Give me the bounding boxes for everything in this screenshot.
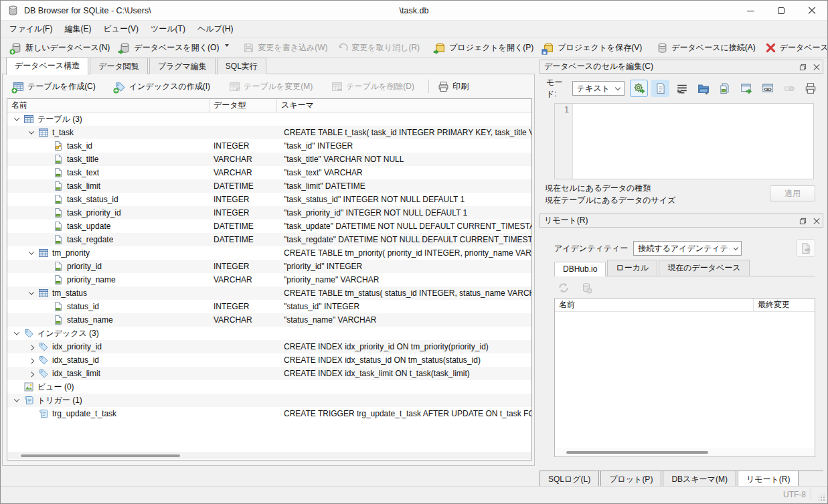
tab-dbhub[interactable]: DBHub.io (554, 262, 606, 276)
new-database-button[interactable]: 新しいデータベース(N) (6, 40, 114, 56)
maximize-button[interactable] (766, 1, 797, 21)
write-changes-label: 変更を書き込み(W) (258, 42, 327, 54)
tree-row[interactable]: インデックス (3) (7, 327, 531, 340)
tree-row[interactable]: t_taskCREATE TABLE t_task( task_id INTEG… (7, 126, 531, 139)
text-mode-button[interactable] (651, 80, 669, 97)
export-file-button[interactable] (716, 80, 734, 97)
tree-row[interactable]: task_regdateDATETIME"task_regdate" DATET… (7, 233, 531, 246)
tab-edit-pragmas[interactable]: プラグマ編集 (149, 58, 216, 74)
tree-row[interactable]: tm_statusCREATE TABLE tm_status( status_… (7, 286, 531, 300)
open-database-dropdown-icon[interactable] (225, 44, 229, 47)
expander-icon[interactable] (26, 341, 37, 352)
scrollbar-thumb[interactable] (21, 454, 180, 457)
close-database-button[interactable]: データベースを閉じる(C) (760, 40, 828, 56)
float-panel-icon[interactable] (799, 64, 807, 71)
tree-row[interactable]: task_priority_idINTEGER"task_priority_id… (7, 206, 531, 220)
expander-icon[interactable] (11, 328, 22, 339)
column-header-last-modified[interactable]: 最終変更 (753, 299, 815, 311)
tree-row[interactable]: task_status_idINTEGER"task_status_id" IN… (7, 193, 531, 206)
import-file-button[interactable] (694, 80, 712, 97)
create-index-label: インデックスの作成(I) (129, 81, 210, 92)
tree-row[interactable]: idx_task_limitCREATE INDEX idx_task_limi… (7, 367, 531, 380)
expander-icon[interactable] (26, 248, 37, 258)
column-header-type[interactable]: データ型 (210, 99, 277, 112)
menu-view[interactable]: ビュー(V) (97, 21, 145, 37)
copy-link-button[interactable] (758, 80, 776, 97)
word-wrap-button[interactable] (673, 80, 691, 97)
tree-row[interactable]: trg_update_t_taskCREATE TRIGGER trg_upda… (7, 407, 531, 420)
print-cell-button[interactable] (801, 80, 819, 97)
minimize-button[interactable] (735, 1, 766, 21)
column-header-name[interactable]: 名前 (7, 99, 210, 112)
open-project-label: プロジェクトを開く(P) (449, 42, 533, 54)
save-project-label: プロジェクトを保存(V) (558, 42, 642, 54)
menu-tools[interactable]: ツール(T) (145, 21, 191, 37)
tab-database-structure[interactable]: データベース構造 (6, 57, 88, 75)
attach-database-button[interactable]: データベースに接続(A) (652, 40, 760, 56)
tab-browse-data[interactable]: データ閲覧 (90, 58, 148, 74)
expander-icon[interactable] (26, 288, 37, 299)
tree-horizontal-scrollbar[interactable] (8, 452, 531, 459)
open-in-window-button[interactable] (737, 80, 755, 97)
tree-row[interactable]: ビュー (0) (7, 380, 531, 394)
tree-item-schema: CREATE INDEX idx_priority_id ON tm_prior… (277, 340, 531, 353)
cell-edit-area[interactable] (573, 104, 813, 179)
tree-row[interactable]: status_idINTEGER"status_id" INTEGER (7, 300, 531, 313)
close-panel-icon[interactable] (813, 218, 820, 225)
column-header-name[interactable]: 名前 (555, 299, 753, 311)
close-button[interactable] (797, 1, 827, 21)
menu-file[interactable]: ファイル(F) (3, 21, 58, 37)
menu-help[interactable]: ヘルプ(H) (191, 21, 240, 37)
tree-item-label: idx_priority_id (52, 342, 102, 351)
tree-row[interactable]: テーブル (3) (7, 112, 531, 126)
close-database-label: データベースを閉じる(C) (780, 42, 828, 54)
field-icon (53, 221, 64, 232)
tree-row[interactable]: priority_idINTEGER"priority_id" INTEGER (7, 260, 531, 273)
mode-select[interactable]: テキスト (572, 81, 625, 96)
maximize-icon (778, 7, 784, 14)
print-button[interactable]: 印刷 (433, 79, 473, 94)
menu-edit[interactable]: 編集(E) (58, 21, 97, 37)
tree-row[interactable]: task_limitDATETIME"task_limit" DATETIME (7, 179, 531, 193)
tree-row[interactable]: task_updateDATETIME"task_update" DATETIM… (7, 220, 531, 233)
open-database-button[interactable]: データベースを開く(O) (114, 40, 224, 56)
scrollbar-thumb[interactable] (566, 451, 708, 454)
column-header-schema[interactable]: スキーマ (277, 99, 531, 112)
tree-row[interactable]: idx_priority_idCREATE INDEX idx_priority… (7, 340, 531, 353)
tree-row[interactable]: task_textVARCHAR"task_text" VARCHAR (7, 166, 531, 179)
save-project-button[interactable]: プロジェクトを保存(V) (538, 40, 647, 56)
minimize-icon (747, 11, 754, 11)
remote-horizontal-scrollbar[interactable] (556, 448, 814, 456)
edit-cell-panel-title: データベースのセルを編集(C) (544, 61, 653, 72)
tab-current-database[interactable]: 現在のデータベース (659, 260, 749, 276)
resize-grip-icon[interactable] (819, 495, 825, 501)
create-table-button[interactable]: テーブルを作成(C) (8, 79, 100, 94)
expander-icon[interactable] (11, 395, 22, 406)
expander-icon[interactable] (26, 127, 37, 138)
tree-row[interactable]: task_idINTEGER"task_id" INTEGER (7, 139, 531, 153)
tab-local[interactable]: ローカル (607, 260, 657, 276)
identity-select[interactable]: 接続するアイデンティティーを選択 (633, 241, 742, 256)
expander-icon[interactable] (26, 355, 37, 365)
float-panel-icon[interactable] (799, 218, 807, 225)
create-index-button[interactable]: インデックスの作成(I) (110, 79, 215, 94)
trigger-icon (23, 395, 35, 406)
open-project-button[interactable]: プロジェクトを開く(P) (430, 40, 538, 56)
clone-database-button (578, 280, 594, 295)
close-panel-icon[interactable] (813, 64, 820, 71)
tree-row[interactable]: トリガー (1) (7, 394, 531, 407)
auto-apply-button[interactable] (630, 80, 648, 97)
tree-row[interactable]: idx_status_idCREATE INDEX idx_status_id … (7, 353, 531, 367)
import-certificate-button[interactable] (797, 239, 815, 257)
identity-value: 接続するアイデンティティーを選択 (638, 243, 730, 254)
tree-row[interactable]: task_titleVARCHAR"task_title" VARCHAR NO… (7, 153, 531, 166)
tab-execute-sql[interactable]: SQL実行 (217, 58, 266, 74)
expander-icon[interactable] (11, 114, 22, 124)
tree-rows: テーブル (3)t_taskCREATE TABLE t_task( task_… (7, 112, 531, 420)
tree-row[interactable]: priority_nameVARCHAR"priority_name" VARC… (7, 273, 531, 286)
tree-item-label: tm_priority (52, 248, 90, 258)
tree-row[interactable]: tm_priorityCREATE TABLE tm_priority( pri… (7, 246, 531, 260)
expander-spacer (41, 181, 52, 191)
tree-row[interactable]: status_nameVARCHAR"status_name" VARCHAR (7, 313, 531, 327)
expander-icon[interactable] (26, 368, 37, 379)
